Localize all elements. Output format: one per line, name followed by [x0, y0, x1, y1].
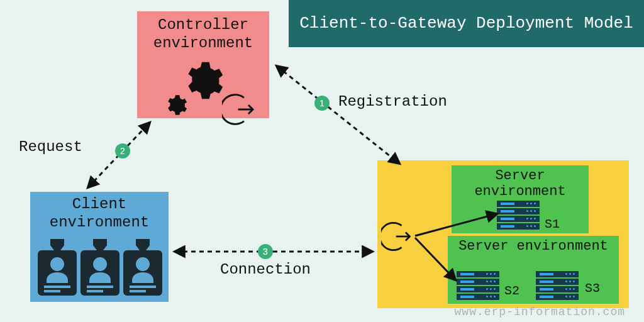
svg-point-4 [93, 257, 107, 271]
server-rack-icon [457, 271, 499, 300]
title-text: Client-to-Gateway Deployment Model [299, 13, 633, 35]
connection-label: Connection [220, 261, 311, 278]
svg-rect-3 [44, 290, 60, 292]
svg-point-7 [136, 257, 150, 271]
svg-rect-6 [87, 290, 103, 292]
step-1-badge: 1 [314, 96, 330, 111]
server-s2-label: S2 [504, 284, 519, 298]
svg-point-1 [50, 257, 64, 271]
gateway-box: Server environment S1 Server environment… [377, 160, 629, 308]
svg-rect-5 [87, 286, 113, 288]
exit-icon [222, 92, 257, 130]
server-s1-label: S1 [545, 217, 560, 231]
server-environment-box-1: Server environment S1 [452, 165, 589, 233]
server-rack-icon [497, 201, 540, 230]
client-environment-box: Client environment [30, 192, 169, 302]
server-environment-box-2: Server environment S2 S3 [448, 236, 619, 304]
svg-rect-9 [130, 290, 146, 292]
request-label: Request [19, 138, 82, 155]
gear-small-icon [164, 93, 187, 120]
registration-label: Registration [338, 93, 447, 110]
step-2-badge: 2 [115, 143, 130, 158]
server-s3-label: S3 [585, 281, 600, 296]
exit-icon [381, 220, 414, 256]
server1-label: Server environment [452, 168, 589, 200]
step-3-badge: 3 [258, 244, 273, 259]
server-rack-icon [536, 271, 579, 300]
svg-line-12 [277, 66, 399, 164]
id-badge-icon [123, 239, 162, 299]
controller-label: Controller environment [137, 16, 269, 53]
server2-label: Server environment [458, 238, 608, 254]
id-badges-group [38, 239, 162, 299]
watermark: www.erp-information.com [455, 306, 625, 318]
title-banner: Client-to-Gateway Deployment Model [289, 0, 644, 47]
id-badge-icon [38, 239, 77, 299]
id-badge-icon [80, 239, 119, 299]
svg-rect-2 [44, 286, 70, 288]
svg-rect-8 [130, 286, 156, 288]
client-label: Client environment [30, 196, 169, 232]
controller-environment-box: Controller environment [137, 11, 269, 118]
